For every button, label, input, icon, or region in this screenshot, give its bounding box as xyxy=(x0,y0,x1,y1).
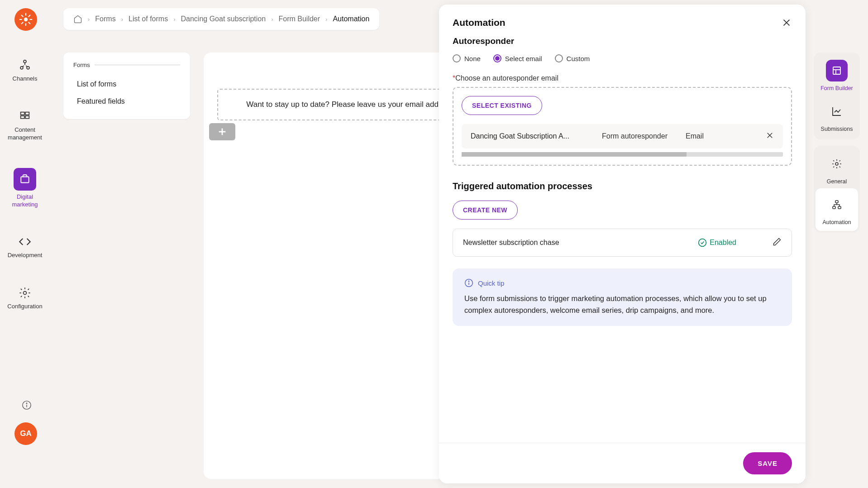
autoresponder-heading: Autoresponder xyxy=(453,36,792,46)
close-button[interactable] xyxy=(781,17,792,28)
selected-email-type: Form autoresponder xyxy=(602,132,668,140)
user-avatar[interactable]: GA xyxy=(14,422,37,445)
nav-label: Content management xyxy=(8,126,42,142)
logo-icon xyxy=(18,12,33,27)
svg-rect-12 xyxy=(21,112,24,115)
radio-icon xyxy=(453,54,461,62)
home-icon[interactable] xyxy=(73,14,82,24)
tip-text: Use form submissions to trigger marketin… xyxy=(464,293,780,316)
nav-channels[interactable]: Channels xyxy=(0,54,50,86)
code-icon xyxy=(18,234,32,249)
info-icon[interactable] xyxy=(22,400,32,412)
chevron-right-icon: › xyxy=(325,16,327,23)
right-nav-label: Automation xyxy=(822,219,851,225)
sub-nav: Forms List of forms Featured fields xyxy=(63,53,190,119)
select-existing-button[interactable]: SELECT EXISTING xyxy=(462,96,542,115)
svg-rect-14 xyxy=(21,116,24,119)
add-field-button[interactable] xyxy=(209,123,235,140)
svg-rect-36 xyxy=(833,206,835,209)
breadcrumb-builder[interactable]: Form Builder xyxy=(279,15,320,23)
sub-nav-heading: Forms xyxy=(73,62,180,68)
process-name: Newsletter subscription chase xyxy=(463,239,689,247)
selected-email-name: Dancing Goat Subscription A... xyxy=(471,132,584,140)
svg-rect-31 xyxy=(833,67,840,74)
create-new-button[interactable]: CREATE NEW xyxy=(453,201,518,220)
svg-point-27 xyxy=(699,239,706,247)
panel-title: Automation xyxy=(453,17,506,28)
svg-line-5 xyxy=(21,15,23,17)
remove-email-button[interactable] xyxy=(766,131,774,141)
radio-icon xyxy=(493,54,501,62)
right-nav-submissions[interactable]: Submissions xyxy=(817,100,856,132)
status-badge: Enabled xyxy=(698,238,736,247)
chevron-right-icon: › xyxy=(121,16,123,23)
autoresponder-radio-group: None Select email Custom xyxy=(453,54,792,62)
close-icon xyxy=(782,18,792,28)
right-nav-label: Form Builder xyxy=(820,85,853,91)
svg-point-20 xyxy=(26,403,27,403)
app-logo[interactable] xyxy=(14,8,37,31)
processes-heading: Triggered automation processes xyxy=(453,181,792,191)
nav-label: Digital marketing xyxy=(12,193,38,209)
radio-select-email[interactable]: Select email xyxy=(493,54,542,62)
nav-label: Development xyxy=(8,252,43,259)
radio-none[interactable]: None xyxy=(453,54,481,62)
nav-development[interactable]: Development xyxy=(0,231,50,263)
svg-rect-16 xyxy=(21,177,29,182)
breadcrumb-list[interactable]: List of forms xyxy=(129,15,168,23)
sub-nav-featured-fields[interactable]: Featured fields xyxy=(73,93,180,110)
nav-content-management[interactable]: Content management xyxy=(0,105,50,145)
edit-process-button[interactable] xyxy=(773,237,782,248)
svg-point-0 xyxy=(24,18,28,22)
primary-nav: Channels Content management Digital mark… xyxy=(0,54,50,314)
svg-rect-15 xyxy=(25,116,29,119)
nav-configuration[interactable]: Configuration xyxy=(0,282,50,314)
svg-point-30 xyxy=(468,281,469,282)
horizontal-scrollbar[interactable] xyxy=(462,152,783,157)
nav-label: Configuration xyxy=(7,303,42,311)
right-nav-group-2: General Automation xyxy=(814,146,860,233)
sub-nav-list-forms[interactable]: List of forms xyxy=(73,76,180,93)
radio-label: None xyxy=(464,55,481,62)
save-button[interactable]: SAVE xyxy=(743,452,792,474)
svg-point-17 xyxy=(24,292,27,295)
status-text: Enabled xyxy=(710,239,736,247)
right-nav: Form Builder Submissions General Automat… xyxy=(814,53,860,233)
svg-line-8 xyxy=(29,15,30,17)
breadcrumb-entity[interactable]: Dancing Goat subscription xyxy=(181,15,266,23)
gear-icon xyxy=(18,286,32,300)
breadcrumb-forms[interactable]: Forms xyxy=(95,15,115,23)
nav-label: Channels xyxy=(13,75,38,83)
nav-digital-marketing[interactable]: Digital marketing xyxy=(0,164,50,212)
form-builder-icon xyxy=(826,60,848,81)
breadcrumb-current: Automation xyxy=(333,15,369,23)
automation-panel: Automation Autoresponder None Select ema… xyxy=(439,5,806,483)
tip-label: Quick tip xyxy=(478,279,504,287)
quick-tip-box: Quick tip Use form submissions to trigge… xyxy=(453,268,792,326)
close-icon xyxy=(766,131,774,139)
content-icon xyxy=(18,109,32,124)
right-nav-automation[interactable]: Automation xyxy=(816,188,858,231)
email-selector-box: SELECT EXISTING Dancing Goat Subscriptio… xyxy=(453,87,792,166)
channels-icon xyxy=(18,58,32,72)
svg-rect-35 xyxy=(835,201,838,203)
selected-email-channel: Email xyxy=(686,132,704,140)
svg-point-34 xyxy=(835,163,838,165)
right-nav-general[interactable]: General xyxy=(817,153,856,185)
breadcrumb: › Forms › List of forms › Dancing Goat s… xyxy=(63,8,379,30)
gear-icon xyxy=(826,153,848,175)
svg-point-9 xyxy=(24,60,26,63)
choose-email-label: *Choose an autoresponder email xyxy=(453,74,792,82)
svg-rect-13 xyxy=(25,112,29,115)
right-nav-form-builder[interactable]: Form Builder xyxy=(817,60,856,91)
radio-label: Select email xyxy=(505,55,542,62)
automation-icon xyxy=(826,194,848,215)
selected-email-row: Dancing Goat Subscription A... Form auto… xyxy=(462,124,783,148)
chevron-right-icon: › xyxy=(173,16,175,23)
radio-custom[interactable]: Custom xyxy=(555,54,590,62)
svg-line-6 xyxy=(29,22,30,24)
info-icon xyxy=(464,278,473,287)
chevron-right-icon: › xyxy=(271,16,273,23)
process-row: Newsletter subscription chase Enabled xyxy=(453,229,792,257)
check-circle-icon xyxy=(698,238,707,247)
